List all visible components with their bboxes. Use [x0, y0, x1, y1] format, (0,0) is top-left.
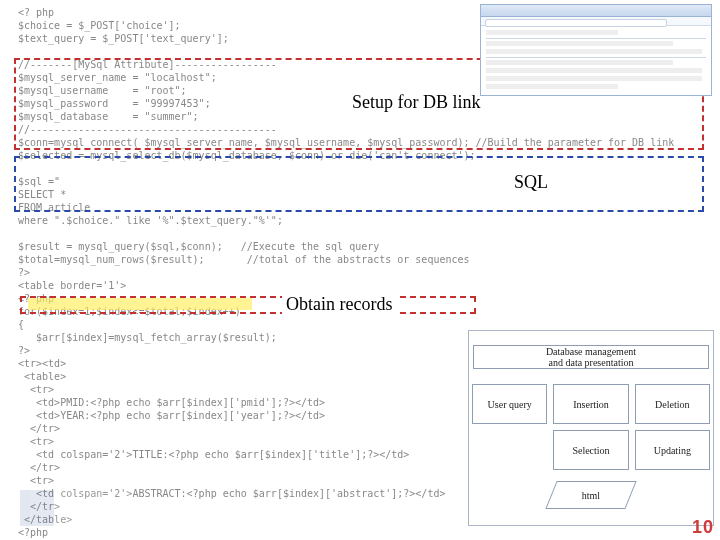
- diagram-header: Database management and data presentatio…: [473, 345, 709, 369]
- diagram-cell-selection: Selection: [553, 430, 628, 470]
- browser-thumbnail: [480, 4, 712, 96]
- annotation-label-sql: SQL: [510, 172, 552, 193]
- diagram-cell-insertion: Insertion: [553, 384, 628, 424]
- diagram-html-shape: html: [545, 481, 636, 509]
- architecture-diagram: Database management and data presentatio…: [468, 330, 714, 526]
- annotation-label-records: Obtain records: [282, 294, 396, 315]
- page-number: 10: [692, 517, 714, 538]
- annotation-label-setup: Setup for DB link: [348, 92, 485, 113]
- diagram-cell-user-query: User query: [472, 384, 547, 424]
- diagram-cell-deletion: Deletion: [635, 384, 710, 424]
- browser-addressbar: [481, 17, 711, 26]
- watermark: [20, 490, 130, 526]
- browser-body: [481, 26, 711, 96]
- browser-titlebar: [481, 5, 711, 17]
- diagram-cell-updating: Updating: [635, 430, 710, 470]
